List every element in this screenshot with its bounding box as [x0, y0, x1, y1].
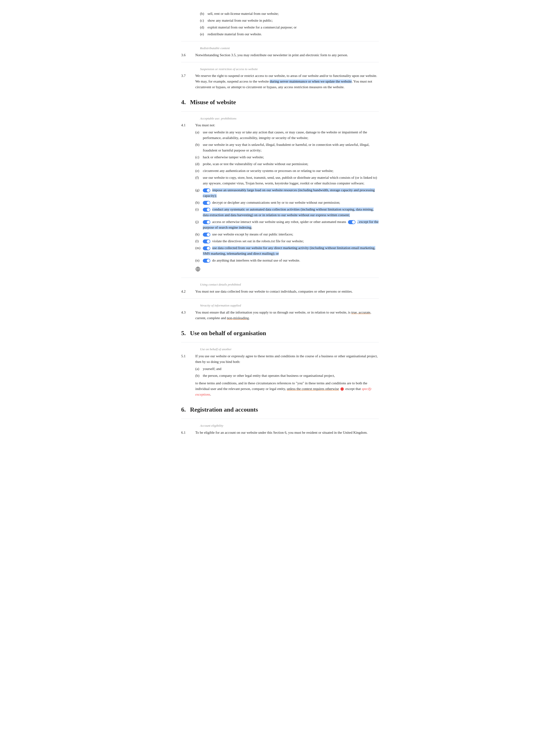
list-item-41n: (n) do anything that interferes with the…: [195, 258, 379, 263]
toggle-41n[interactable]: [203, 259, 211, 263]
toggle-41i[interactable]: [203, 208, 211, 212]
list-item-41h: (h) decrypt or decipher any communicatio…: [195, 200, 379, 205]
list-item-41l: (l) violate the directives set out in th…: [195, 238, 379, 244]
list-item-41i: (i) conduct any systematic or automated …: [195, 206, 379, 218]
subsection-label-51: Use on behalf of another: [200, 347, 379, 352]
item-51-subpara: to these terms and conditions, and in th…: [195, 380, 379, 397]
toggle-41j[interactable]: [203, 220, 211, 224]
red-dot-icon: [340, 388, 344, 391]
list-item-41d: (d) probe, scan or test the vulnerabilit…: [195, 161, 379, 167]
subsection-label-61: Account eligibility: [200, 423, 379, 428]
toggle-41l[interactable]: [203, 240, 211, 244]
list-item: (c) show any material from our website i…: [200, 18, 379, 23]
list-item-41f: (f) use our website to copy, store, host…: [195, 175, 379, 186]
list-item-41g: (g) impose an unreasonably large load on…: [195, 187, 379, 198]
section-4-heading: 4. Misuse of website: [181, 97, 379, 107]
divider: [181, 342, 379, 342]
list-item-41a: (a) use our website in any way or take a…: [195, 129, 379, 141]
divider: [181, 41, 379, 41]
item-61: 6.1 To be eligible for an account on our…: [181, 430, 379, 435]
section-6-heading: 6. Registration and accounts: [181, 405, 379, 415]
list-item-51b: (b) the person, company or other legal e…: [195, 373, 379, 379]
item-41: 4.1 You must not: (a) use our website in…: [181, 122, 379, 265]
item-51: 5.1 If you use our website or expressly …: [181, 353, 379, 397]
list-item-41j: (j) access or otherwise interact with ou…: [195, 219, 379, 230]
list-item: (e) redistribute material from our websi…: [200, 31, 379, 37]
toggle-41g[interactable]: [203, 188, 211, 192]
subsection-label-41: Acceptable use: prohibitions: [200, 116, 379, 121]
toggle-41h[interactable]: [203, 201, 211, 205]
subsection-label-suspension: Suspension or restriction of access to w…: [200, 66, 379, 72]
list-item-41e: (e) circumvent any authentication or sec…: [195, 168, 379, 174]
list-item-41m: (m) use data collected from our website …: [195, 245, 379, 256]
toggle-41k[interactable]: [203, 233, 211, 237]
toggle-41j-2[interactable]: [348, 220, 356, 224]
divider: [181, 419, 379, 419]
subsection-label-42: Using contact details prohibited: [200, 282, 379, 287]
toggle-41m[interactable]: [203, 246, 211, 250]
list-item-41c: (c) hack or otherwise tamper with our we…: [195, 154, 379, 160]
subsection-label-43: Veracity of information supplied: [200, 303, 379, 308]
section-5-heading: 5. Use on behalf of organisation: [181, 328, 379, 338]
list-item-41k: (k) use our website except by means of o…: [195, 232, 379, 237]
list-item-51a: (a) yourself; and: [195, 366, 379, 372]
item-42: 4.2 You must not use data collected from…: [181, 289, 379, 294]
subsection-label-redistributable: Redistributable content: [200, 46, 379, 51]
divider: [181, 298, 379, 299]
divider: [181, 62, 379, 62]
item-37: 3.7 We reserve the right to suspend or r…: [181, 73, 379, 90]
list-item: (b) sell, rent or sub-license material f…: [200, 11, 379, 16]
item-36: 3.6 Notwithstanding Section 3.5, you may…: [181, 52, 379, 58]
item-43: 4.3 You must ensure that all the informa…: [181, 309, 379, 321]
globe-icon: [195, 267, 200, 272]
list-item-41b: (b) use our website in any way that is u…: [195, 142, 379, 153]
list-item: (d) exploit material from our website fo…: [200, 24, 379, 30]
